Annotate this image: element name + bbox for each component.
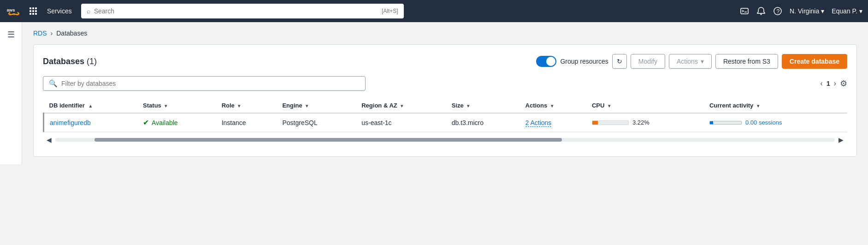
status-available: ✔ Available <box>143 118 211 127</box>
sort-icon: ▾ <box>401 103 403 108</box>
scroll-track[interactable] <box>55 138 835 142</box>
top-navigation: aws Services ⌕ [Alt+S] ? N. Virginia ▾ <box>0 0 868 22</box>
panel-count: (1) <box>87 57 97 66</box>
refresh-button[interactable]: ↻ <box>612 54 627 69</box>
table-settings-icon[interactable]: ⚙ <box>840 78 847 89</box>
breadcrumb-current: Databases <box>56 30 87 37</box>
prev-page-button[interactable]: ‹ <box>821 79 823 88</box>
scroll-left-button[interactable]: ◀ <box>43 134 55 145</box>
modify-label: Modify <box>638 58 657 65</box>
col-region-az[interactable]: Region & AZ ▾ <box>356 98 446 113</box>
region-label: N. Virginia <box>790 7 819 15</box>
pagination-controls: ‹ 1 › ⚙ <box>821 78 847 89</box>
horizontal-scrollbar[interactable]: ◀ ▶ <box>43 132 847 147</box>
region-selector[interactable]: N. Virginia ▾ <box>790 7 824 15</box>
col-current-activity[interactable]: Current activity ▾ <box>704 98 847 113</box>
cpu-bar-wrap: 3.22% <box>592 119 698 126</box>
restore-from-s3-button[interactable]: Restore from S3 <box>715 54 778 69</box>
scroll-right-button[interactable]: ▶ <box>835 134 847 145</box>
services-label: Services <box>47 7 72 15</box>
col-actions[interactable]: Actions ▾ <box>520 98 586 113</box>
actions-button[interactable]: Actions ▾ <box>669 54 712 69</box>
region-az-text: us-east-1c <box>361 119 391 126</box>
svg-point-3 <box>760 14 762 15</box>
create-database-button[interactable]: Create database <box>782 54 847 69</box>
panel-title-text: Databases <box>43 57 84 66</box>
breadcrumb-separator: › <box>51 30 53 37</box>
toggle-knob <box>546 57 555 66</box>
filter-input[interactable] <box>61 80 360 87</box>
row-actions-link[interactable]: 2 Actions <box>526 119 552 127</box>
db-identifier-link[interactable]: animefiguredb <box>50 119 91 126</box>
scroll-thumb[interactable] <box>94 138 562 142</box>
nav-right: ? N. Virginia ▾ Equan P. ▾ <box>740 6 862 16</box>
terminal-icon[interactable] <box>740 6 749 16</box>
search-icon: ⌕ <box>87 7 90 15</box>
col-engine[interactable]: Engine ▾ <box>277 98 356 113</box>
sort-icon: ▾ <box>467 103 469 108</box>
sidebar-toggle[interactable]: ☰ <box>0 22 22 164</box>
notifications-icon[interactable] <box>756 6 766 16</box>
svg-text:?: ? <box>776 8 779 15</box>
size-text: db.t3.micro <box>452 119 484 126</box>
cell-region-az: us-east-1c <box>356 113 446 132</box>
hamburger-icon: ☰ <box>7 30 15 40</box>
sort-icon: ▾ <box>757 103 759 108</box>
refresh-icon: ↻ <box>617 58 622 65</box>
status-text: Available <box>152 119 178 126</box>
sort-icon: ▾ <box>306 103 308 108</box>
col-size[interactable]: Size ▾ <box>446 98 520 113</box>
sessions-wrap: 0.00 sessions <box>709 119 842 126</box>
svg-rect-1 <box>741 8 748 14</box>
services-button[interactable]: Services <box>43 6 76 17</box>
group-resources-toggle[interactable] <box>536 56 556 67</box>
sessions-bar-fill <box>710 121 713 124</box>
status-check-icon: ✔ <box>143 118 149 127</box>
sort-icon: ▾ <box>608 103 610 108</box>
sessions-link[interactable]: 0.00 sessions <box>745 119 782 126</box>
next-page-button[interactable]: › <box>834 79 836 88</box>
svg-text:aws: aws <box>6 7 15 12</box>
region-chevron-icon: ▾ <box>821 7 824 15</box>
col-db-identifier[interactable]: DB identifier ▲ <box>44 98 138 113</box>
search-bar[interactable]: ⌕ [Alt+S] <box>81 4 404 18</box>
filter-bar: 🔍 ‹ 1 › ⚙ <box>43 76 847 91</box>
cell-role: Instance <box>216 113 277 132</box>
role-text: Instance <box>222 119 246 126</box>
engine-text: PostgreSQL <box>282 119 317 126</box>
create-database-label: Create database <box>790 58 839 65</box>
table-header-row: DB identifier ▲ Status ▾ Role ▾ Engine <box>44 98 848 113</box>
cell-actions: 2 Actions <box>520 113 586 132</box>
cell-cpu: 3.22% <box>586 113 704 132</box>
help-icon[interactable]: ? <box>773 6 782 16</box>
group-resources-label: Group resources <box>560 58 608 65</box>
apps-grid-icon[interactable] <box>30 7 37 15</box>
user-menu[interactable]: Equan P. ▾ <box>832 7 862 15</box>
sort-asc-icon: ▲ <box>88 103 93 108</box>
col-status[interactable]: Status ▾ <box>137 98 216 113</box>
actions-chevron-icon: ▾ <box>701 58 704 65</box>
cell-size: db.t3.micro <box>446 113 520 132</box>
filter-input-wrap[interactable]: 🔍 <box>43 76 366 91</box>
col-cpu[interactable]: CPU ▾ <box>586 98 704 113</box>
actions-label: Actions <box>677 58 698 65</box>
col-role[interactable]: Role ▾ <box>216 98 277 113</box>
cell-status: ✔ Available <box>137 113 216 132</box>
sessions-bar <box>709 121 742 125</box>
main-content: RDS › Databases Databases (1) Group reso… <box>22 22 868 164</box>
restore-label: Restore from S3 <box>723 58 770 65</box>
breadcrumb-rds-link[interactable]: RDS <box>33 30 47 37</box>
user-chevron-icon: ▾ <box>859 7 862 15</box>
aws-logo[interactable]: aws <box>6 3 22 19</box>
page-layout: ☰ RDS › Databases Databases (1) <box>0 22 868 164</box>
cell-engine: PostgreSQL <box>277 113 356 132</box>
panel-header: Databases (1) Group resources ↻ Modif <box>43 54 847 69</box>
search-input[interactable] <box>94 7 378 15</box>
databases-panel: Databases (1) Group resources ↻ Modif <box>33 44 857 157</box>
group-resources-toggle-group: Group resources <box>536 56 608 67</box>
filter-search-icon: 🔍 <box>49 79 58 88</box>
modify-button[interactable]: Modify <box>631 54 665 69</box>
cpu-pct-text: 3.22% <box>632 119 650 126</box>
breadcrumb: RDS › Databases <box>33 30 857 37</box>
databases-table: DB identifier ▲ Status ▾ Role ▾ Engine <box>43 98 847 132</box>
